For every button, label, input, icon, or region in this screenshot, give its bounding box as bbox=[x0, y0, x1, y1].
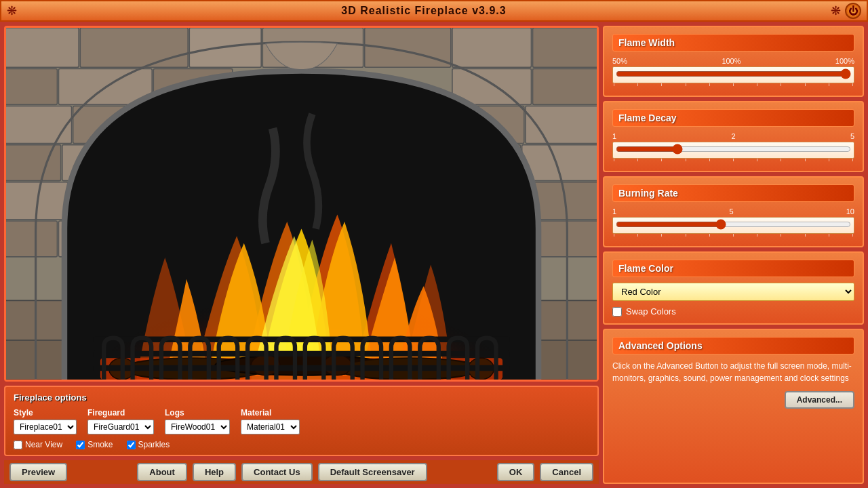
sparkles-label: Sparkles bbox=[138, 440, 170, 449]
tick bbox=[757, 83, 757, 86]
sparkles-checkbox[interactable] bbox=[127, 441, 136, 449]
cancel-button[interactable]: Cancel bbox=[540, 463, 593, 481]
flame-decay-section: Flame Decay 1 2 5 bbox=[603, 101, 864, 172]
close-button[interactable]: ⏻ bbox=[845, 3, 861, 19]
right-panel: Flame Width 50% 100% 100% bbox=[603, 26, 864, 484]
tick bbox=[733, 234, 734, 237]
color-select-row: Red Color Blue Color Green Color Purple … bbox=[612, 283, 854, 301]
tick bbox=[637, 83, 638, 86]
burning-rate-ticks bbox=[612, 234, 854, 237]
title-bar: ❋ 3D Realistic Fireplace v3.9.3 ❋ ⏻ bbox=[0, 0, 868, 22]
tick bbox=[805, 159, 806, 161]
flame-color-select[interactable]: Red Color Blue Color Green Color Purple … bbox=[612, 283, 854, 301]
tick bbox=[829, 83, 829, 86]
burning-rate-max: 10 bbox=[846, 207, 854, 216]
tick bbox=[661, 83, 662, 86]
checkbox-row: Near View Smoke Sparkles bbox=[14, 440, 589, 449]
tick bbox=[733, 83, 734, 86]
flame-decay-labels: 1 2 5 bbox=[612, 132, 854, 140]
material-select[interactable]: Material01 Material02 Material03 bbox=[241, 420, 300, 434]
tick bbox=[829, 159, 829, 161]
flame-color-section: Flame Color Red Color Blue Color Green C… bbox=[603, 251, 864, 325]
swap-colors-row: Swap Colors bbox=[612, 306, 854, 317]
logs-select[interactable]: FireWood01 FireWood02 None bbox=[165, 420, 230, 434]
flame-color-title: Flame Color bbox=[612, 260, 854, 277]
flame-width-slider[interactable] bbox=[616, 68, 851, 79]
material-label: Material bbox=[241, 408, 300, 418]
fireguard-select[interactable]: FireGuard01 FireGuard02 None bbox=[87, 420, 154, 434]
advanced-options-section: Advanced Options Click on the Advanced B… bbox=[603, 329, 864, 484]
tick bbox=[661, 159, 662, 161]
logs-group: Logs FireWood01 FireWood02 None bbox=[165, 408, 230, 434]
tick bbox=[637, 234, 638, 237]
burning-rate-slider-container: 1 5 10 bbox=[612, 207, 854, 237]
burning-rate-range-wrapper bbox=[612, 217, 854, 234]
flame-width-title: Flame Width bbox=[612, 34, 854, 52]
default-screensaver-button[interactable]: Default Screensaver bbox=[318, 463, 427, 481]
burning-rate-mid: 5 bbox=[729, 207, 733, 216]
advanced-options-title: Advanced Options bbox=[612, 337, 854, 354]
about-button[interactable]: About bbox=[137, 463, 187, 481]
svg-rect-13 bbox=[533, 68, 597, 104]
sparkles-item: Sparkles bbox=[127, 440, 170, 449]
near-view-label: Near View bbox=[25, 440, 62, 449]
tick bbox=[852, 159, 853, 161]
svg-rect-3 bbox=[80, 28, 188, 67]
corner-icon-right: ❋ bbox=[831, 3, 841, 18]
tick bbox=[686, 83, 686, 86]
tick bbox=[852, 234, 853, 237]
fireplace-svg bbox=[6, 28, 597, 380]
advanced-button[interactable]: Advanced... bbox=[785, 391, 854, 409]
style-select[interactable]: Fireplace01 Fireplace02 Fireplace03 bbox=[14, 420, 77, 434]
style-group: Style Fireplace01 Fireplace02 Fireplace0… bbox=[14, 408, 77, 434]
bottom-bar: Preview About Help Contact Us Default Sc… bbox=[4, 460, 599, 484]
flame-width-mid: 100% bbox=[722, 57, 741, 65]
svg-rect-8 bbox=[533, 28, 597, 67]
fireguard-group: Fireguard FireGuard01 FireGuard02 None bbox=[87, 408, 154, 434]
near-view-checkbox[interactable] bbox=[14, 441, 22, 449]
material-group: Material Material01 Material02 Material0… bbox=[241, 408, 300, 434]
flame-decay-max: 5 bbox=[850, 132, 854, 140]
preview-button[interactable]: Preview bbox=[9, 463, 67, 481]
flame-decay-min: 1 bbox=[612, 132, 616, 140]
contact-button[interactable]: Contact Us bbox=[241, 463, 313, 481]
burning-rate-min: 1 bbox=[612, 207, 616, 216]
tick bbox=[614, 159, 614, 161]
ok-button[interactable]: OK bbox=[497, 463, 535, 481]
style-label: Style bbox=[14, 408, 77, 418]
fireplace-options-panel: Fireplace options Style Fireplace01 Fire… bbox=[4, 386, 599, 456]
tick bbox=[781, 234, 781, 237]
fireguard-label: Fireguard bbox=[87, 408, 154, 418]
flame-width-ticks bbox=[612, 83, 854, 86]
flame-decay-ticks bbox=[612, 159, 854, 161]
advanced-description: Click on the Advanced Button to adjust t… bbox=[612, 360, 854, 384]
fireplace-area bbox=[4, 26, 599, 382]
svg-rect-14 bbox=[6, 106, 72, 143]
flame-decay-title: Flame Decay bbox=[612, 109, 854, 127]
burning-rate-title: Burning Rate bbox=[612, 184, 854, 202]
tick bbox=[709, 83, 710, 86]
options-row: Style Fireplace01 Fireplace02 Fireplace0… bbox=[14, 408, 589, 434]
tick bbox=[686, 234, 686, 237]
tick bbox=[709, 234, 710, 237]
flame-width-max: 100% bbox=[835, 57, 854, 65]
tick bbox=[781, 83, 781, 86]
ok-cancel-buttons: OK Cancel bbox=[497, 463, 593, 481]
app-title: 3D Realistic Fireplace v3.9.3 bbox=[17, 5, 831, 17]
logs-label: Logs bbox=[165, 408, 230, 418]
tick bbox=[805, 234, 806, 237]
swap-colors-checkbox[interactable] bbox=[612, 307, 622, 317]
help-button[interactable]: Help bbox=[193, 463, 236, 481]
svg-rect-26 bbox=[6, 221, 57, 257]
main-container: Fireplace options Style Fireplace01 Fire… bbox=[0, 22, 868, 488]
tick bbox=[637, 159, 638, 161]
smoke-item: Smoke bbox=[76, 440, 113, 449]
flame-width-min: 50% bbox=[612, 57, 627, 65]
flame-decay-slider-container: 1 2 5 bbox=[612, 132, 854, 161]
tick bbox=[661, 234, 662, 237]
burning-rate-slider[interactable] bbox=[616, 219, 851, 230]
smoke-checkbox[interactable] bbox=[76, 441, 85, 449]
near-view-item: Near View bbox=[14, 440, 62, 449]
swap-colors-label: Swap Colors bbox=[626, 306, 676, 317]
flame-decay-slider[interactable] bbox=[616, 144, 851, 155]
